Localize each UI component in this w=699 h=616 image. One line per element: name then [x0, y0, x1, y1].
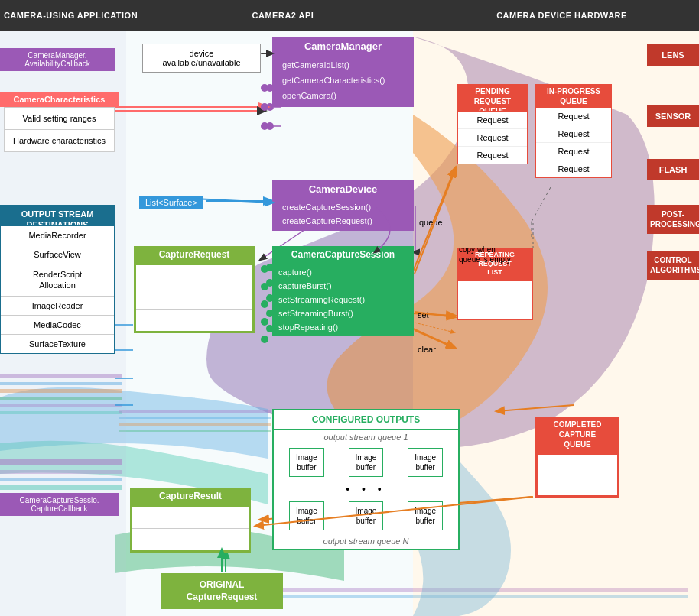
completed-queue-content: Result Results — [538, 455, 617, 495]
capture-result-content: Settings used by hardware Hardware statu… — [132, 507, 249, 550]
capture-request-content: Per-frame settings Target Surface Target… — [136, 265, 252, 331]
output-item-renderscript: RenderScriptAllocation — [1, 264, 114, 297]
settings-used: Settings used by hardware — [132, 507, 249, 529]
inprogress-request-3: Request — [536, 143, 611, 160]
method-getCameraIdList: getCameraIdList() — [276, 57, 410, 73]
repeating-request-2: Request — [458, 300, 532, 319]
camera-manager-methods: getCameraIdList() getCameraCharacteristi… — [272, 53, 414, 107]
method-createCaptureSession: createCaptureSession() — [276, 200, 410, 214]
configured-outputs-box: CONFIGURED OUTPUTS output stream queue 1… — [272, 409, 460, 550]
output-item-surfacetexture: SurfaceTexture — [1, 335, 114, 353]
output-item-mediarecorder: MediaRecorder — [1, 226, 114, 245]
output-item-imagereader: ImageReader — [1, 297, 114, 316]
camera-device-box: CameraDevice — [272, 180, 414, 199]
camera-characteristics-label: CameraCharacteristics — [0, 92, 119, 107]
repeating-request-1: Request — [458, 281, 532, 300]
hw-label-postprocessing: POST-PROCESSING — [647, 205, 699, 234]
method-captureBurst: captureBurst() — [278, 279, 408, 293]
image-buffer-1: Imagebuffer — [289, 448, 324, 477]
hardware-status: Hardware status — [132, 529, 249, 550]
inprogress-request-2: Request — [536, 125, 611, 143]
inprogress-queue-label: IN-PROGRESSQUEUE — [535, 84, 612, 109]
inprogress-request-4: Request — [536, 160, 611, 177]
hw-label-lens: LENS — [647, 44, 699, 66]
queue-label: queue — [419, 218, 443, 227]
image-buffers-row1: Imagebuffer Imagebuffer Imagebuffer — [274, 445, 458, 480]
method-getCameraCharacteristics: getCameraCharacteristics() — [276, 73, 410, 88]
completed-results: Results — [538, 475, 617, 495]
capture-request-box: CaptureRequest Per-frame settings Target… — [134, 246, 255, 333]
pending-queue-content: Request Request Request — [457, 111, 528, 164]
method-capture: capture() — [278, 265, 408, 279]
copy-label: copy whenqueue is empty — [459, 245, 511, 264]
device-available-box: device available/unavailable — [142, 44, 261, 73]
method-createCaptureRequest: createCaptureRequest() — [276, 214, 410, 228]
completed-result: Result — [538, 455, 617, 475]
col-header-api: CAMERA2 API — [141, 11, 424, 20]
capture-session-box: CameraCaptureSession capture() captureBu… — [272, 246, 414, 336]
completed-queue-title: COMPLETEDCAPTUREQUEUE — [535, 417, 619, 452]
hw-label-sensor: SENSOR — [647, 105, 699, 127]
dots-row: • • • — [274, 480, 458, 498]
col-header-app: CAMERA-USING APPLICATION — [0, 11, 141, 20]
capture-session-methods: capture() captureBurst() setStreamingReq… — [272, 263, 414, 336]
output-item-surfaceview: SurfaceView — [1, 245, 114, 264]
col-header-hw: CAMERA DEVICE HARDWARE — [424, 11, 699, 20]
image-buffer-5: Imagebuffer — [349, 501, 384, 530]
output-item-mediacodec: MediaCodec — [1, 316, 114, 335]
capture-request-title: CaptureRequest — [134, 246, 255, 263]
capture-session-title: CameraCaptureSession — [272, 246, 414, 263]
list-surface: List<Surface> — [139, 196, 203, 209]
inprogress-queue-content: Request Request Request Request — [535, 107, 612, 178]
camera-device-methods: createCaptureSession() createCaptureRequ… — [272, 197, 414, 231]
image-buffer-4: Imagebuffer — [289, 501, 324, 530]
image-buffers-row2: Imagebuffer Imagebuffer Imagebuffer — [274, 498, 458, 533]
camera-characteristics-content: Valid setting ranges Hardware characteri… — [4, 107, 115, 152]
original-capture-request: ORIGINALCaptureRequest — [161, 573, 283, 609]
target-surface-1: Target Surface — [136, 287, 252, 310]
method-stopRepeating: stopRepeating() — [278, 320, 408, 334]
method-setStreamingRequest: setStreamingRequest() — [278, 293, 408, 306]
method-setStreamingBurst: setStreamingBurst() — [278, 306, 408, 320]
target-surface-2: Target Surface — [136, 310, 252, 331]
output-stream-items: MediaRecorder SurfaceView RenderScriptAl… — [0, 225, 115, 354]
inprogress-request-1: Request — [536, 108, 611, 125]
pending-request-3: Request — [458, 147, 527, 164]
hw-label-control: CONTROLALGORITHMS — [647, 251, 699, 280]
set-label: set — [418, 310, 429, 319]
capture-result-title: CaptureResult — [130, 488, 251, 504]
clear-label: clear — [418, 345, 436, 354]
configured-outputs-title: CONFIGURED OUTPUTS — [274, 410, 458, 430]
pending-request-2: Request — [458, 129, 527, 147]
hw-label-flash: FLASH — [647, 159, 699, 180]
image-buffer-6: Imagebuffer — [408, 501, 443, 530]
image-buffer-2: Imagebuffer — [349, 448, 384, 477]
completed-queue-box: COMPLETEDCAPTUREQUEUE Result Results — [535, 417, 619, 498]
stream1-label: output stream queue 1 — [274, 430, 458, 445]
per-frame-settings: Per-frame settings — [136, 265, 252, 287]
valid-setting-ranges: Valid setting ranges — [5, 108, 114, 130]
capture-result-box: CaptureResult Settings used by hardware … — [130, 488, 251, 553]
pending-request-1: Request — [458, 112, 527, 129]
capture-callback: CameraCaptureSessio.CaptureCallback — [0, 493, 119, 516]
streamN-label: output stream queue N — [274, 533, 458, 549]
repeating-list-content: Request Request — [458, 281, 532, 319]
hardware-characteristics: Hardware characteristics — [5, 130, 114, 151]
method-openCamera: openCamera() — [276, 88, 410, 103]
availability-callback: CameraManager. AvailabilityCallback — [0, 48, 115, 71]
image-buffer-3: Imagebuffer — [408, 448, 443, 477]
